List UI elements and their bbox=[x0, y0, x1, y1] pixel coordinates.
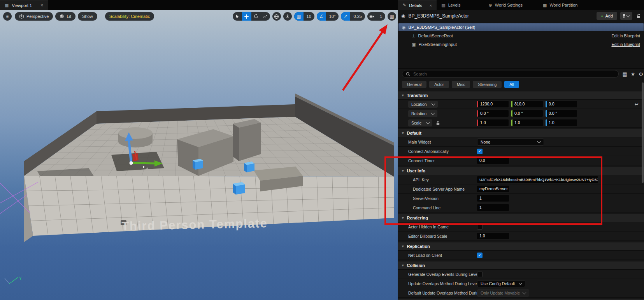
select-tool-button[interactable] bbox=[233, 12, 242, 21]
property-row-editor-billboard-scale: Editor Billboard Scale 1.0 bbox=[398, 232, 644, 241]
camera-speed-value[interactable]: 1 bbox=[377, 12, 385, 21]
viewport-tabbar: ▦ Viewport 1 × bbox=[0, 0, 398, 10]
update-overlaps-method-dropdown[interactable]: Use Config Default bbox=[477, 280, 525, 287]
mesh-cylinder[interactable] bbox=[118, 127, 153, 147]
scale-y-field[interactable]: 1.0 bbox=[511, 119, 543, 126]
filter-general[interactable]: General bbox=[402, 81, 426, 88]
property-label: Dedicated Server App Name bbox=[413, 187, 465, 191]
server-version-field[interactable]: 1 bbox=[477, 195, 509, 202]
tab-levels[interactable]: ▤ Levels bbox=[437, 0, 465, 10]
rotation-z-field[interactable]: 0.0 ° bbox=[546, 110, 577, 117]
property-grid: ▾ Transform Location 1230.0 810.0 0.0 ↩ … bbox=[398, 91, 644, 300]
scale-snap-group: ↗ 0.25 bbox=[341, 12, 365, 21]
section-header-collision[interactable]: ▾ Collision bbox=[398, 261, 644, 270]
command-line-field[interactable]: 1 bbox=[477, 204, 509, 211]
filter-streaming[interactable]: Streaming bbox=[473, 81, 502, 88]
search-box bbox=[402, 70, 619, 78]
unlock-scale-icon[interactable] bbox=[436, 121, 440, 125]
grid-snap-toggle[interactable]: ▦ bbox=[294, 12, 304, 21]
filter-all[interactable]: All bbox=[504, 81, 519, 88]
mesh-tall-box[interactable] bbox=[233, 119, 261, 161]
section-header-user-info[interactable]: ▾ User Info bbox=[398, 167, 644, 175]
connect-timer-field[interactable]: 0.0 bbox=[477, 157, 509, 164]
viewport-layout-button[interactable]: ▦ bbox=[388, 12, 396, 21]
rotation-snap-toggle[interactable]: ∠ bbox=[317, 12, 326, 21]
node-graph-icon bbox=[623, 14, 625, 18]
edit-in-blueprint-link[interactable]: Edit in Blueprint bbox=[611, 33, 640, 38]
camera-speed-button[interactable] bbox=[367, 12, 377, 21]
close-icon[interactable]: × bbox=[40, 3, 43, 8]
section-header-default[interactable]: ▾ Default bbox=[398, 129, 644, 137]
mesh-blue-cube-3[interactable] bbox=[233, 182, 245, 195]
search-input[interactable] bbox=[412, 71, 615, 77]
rotation-snap-value[interactable]: 10° bbox=[326, 12, 339, 21]
globe-icon bbox=[274, 14, 279, 19]
surface-snapping-button[interactable] bbox=[283, 12, 292, 21]
scalability-button[interactable]: Scalability: Cinematic bbox=[105, 12, 154, 21]
cursor-icon bbox=[235, 14, 240, 19]
scale-type-dropdown[interactable]: Scale bbox=[408, 119, 432, 126]
lit-mode-button[interactable]: Lit bbox=[55, 12, 75, 21]
layers-icon: ▤ bbox=[441, 3, 445, 8]
component-row-self[interactable]: ◉ BP_E3DSMPS_SampleActor (Self) bbox=[398, 23, 644, 31]
api-key-field[interactable]: U2FsdGVkX18d9heedrnB30IRmPkbQ1Wk1+K1bUig… bbox=[477, 176, 598, 183]
close-icon[interactable]: × bbox=[430, 3, 432, 8]
tab-world-partition[interactable]: ▦ World Partition bbox=[538, 0, 582, 10]
collapse-arrow-icon: ▾ bbox=[402, 216, 404, 220]
gizmo-origin-handle[interactable] bbox=[130, 161, 133, 165]
gear-icon[interactable]: ⚙ bbox=[639, 72, 643, 77]
filter-misc[interactable]: Misc bbox=[452, 81, 470, 88]
main-widget-dropdown[interactable]: None bbox=[477, 139, 544, 146]
viewport-options-menu-button[interactable]: ≡ bbox=[3, 12, 12, 21]
grid-snap-value[interactable]: 10 bbox=[304, 12, 314, 21]
scale-snap-value[interactable]: 0.25 bbox=[350, 12, 365, 21]
property-row-actor-hidden-in-game: Actor Hidden In Game bbox=[398, 222, 644, 232]
component-row-pixel-streaming[interactable]: ▣ PixelStreamingInput Edit in Blueprint bbox=[398, 40, 644, 48]
partition-grid-icon: ▦ bbox=[543, 3, 547, 8]
edit-in-blueprint-link[interactable]: Edit in Blueprint bbox=[611, 42, 640, 47]
rotation-x-field[interactable]: 0.0 ° bbox=[477, 110, 509, 117]
connect-automatically-checkbox[interactable]: ✓ bbox=[477, 149, 483, 154]
dedicated-server-app-name-field[interactable]: myDemoServer bbox=[477, 186, 509, 192]
location-type-dropdown[interactable]: Location bbox=[408, 101, 438, 108]
scale-snap-toggle[interactable]: ↗ bbox=[341, 12, 350, 21]
rotate-tool-button[interactable] bbox=[251, 12, 261, 21]
rotation-type-dropdown[interactable]: Rotation bbox=[408, 110, 437, 117]
component-row-scene-root[interactable]: ⊥ DefaultSceneRoot Edit in Blueprint bbox=[398, 32, 644, 40]
tab-world-settings[interactable]: ⊕ World Settings bbox=[484, 0, 527, 10]
mesh-blue-cube-1[interactable] bbox=[193, 159, 203, 170]
generate-overlap-events-checkbox[interactable] bbox=[477, 272, 483, 277]
display-options-icon[interactable]: ▦ bbox=[622, 72, 627, 77]
perspective-button[interactable]: Perspective bbox=[15, 12, 53, 21]
favorites-icon[interactable]: ★ bbox=[631, 72, 635, 77]
reset-to-default-button[interactable]: ↩ bbox=[635, 102, 639, 107]
location-x-field[interactable]: 1230.0 bbox=[477, 101, 509, 107]
filter-actor[interactable]: Actor bbox=[429, 81, 449, 88]
move-tool-button[interactable] bbox=[242, 12, 251, 21]
details-panel: ✎ Details × ▤ Levels ⊕ World Settings ▦ … bbox=[398, 0, 644, 300]
blueprint-settings-button[interactable] bbox=[620, 12, 632, 20]
tab-viewport-1[interactable]: ▦ Viewport 1 × bbox=[0, 0, 48, 10]
tab-details[interactable]: ✎ Details × bbox=[398, 0, 437, 10]
section-header-transform[interactable]: ▾ Transform bbox=[398, 91, 644, 100]
details-scrollbar[interactable] bbox=[642, 82, 644, 183]
actor-hidden-in-game-checkbox[interactable] bbox=[477, 224, 483, 230]
rotation-y-field[interactable]: 0.0 ° bbox=[511, 110, 543, 117]
lock-details-button[interactable] bbox=[636, 14, 641, 19]
add-component-button[interactable]: + Add bbox=[597, 12, 617, 20]
scale-x-field[interactable]: 1.0 bbox=[477, 119, 509, 126]
net-load-on-client-checkbox[interactable]: ✓ bbox=[477, 253, 483, 258]
section-header-rendering[interactable]: ▾ Rendering bbox=[398, 214, 644, 222]
world-local-space-button[interactable] bbox=[272, 12, 281, 21]
show-menu-button[interactable]: Show bbox=[78, 12, 97, 21]
scale-z-field[interactable]: 1.0 bbox=[546, 119, 577, 126]
property-label: Command Line bbox=[413, 205, 440, 210]
location-y-field[interactable]: 810.0 bbox=[511, 101, 543, 107]
scale-tool-button[interactable] bbox=[261, 12, 270, 21]
viewport-canvas[interactable]: ⋯ Third Person Template bbox=[0, 10, 398, 300]
editor-billboard-scale-field[interactable]: 1.0 bbox=[477, 233, 509, 239]
location-z-field[interactable]: 0.0 bbox=[546, 101, 577, 107]
section-header-replication[interactable]: ▾ Replication bbox=[398, 242, 644, 251]
mesh-blue-cube-2[interactable] bbox=[244, 161, 254, 172]
viewport-tab-icon: ▦ bbox=[5, 3, 9, 8]
